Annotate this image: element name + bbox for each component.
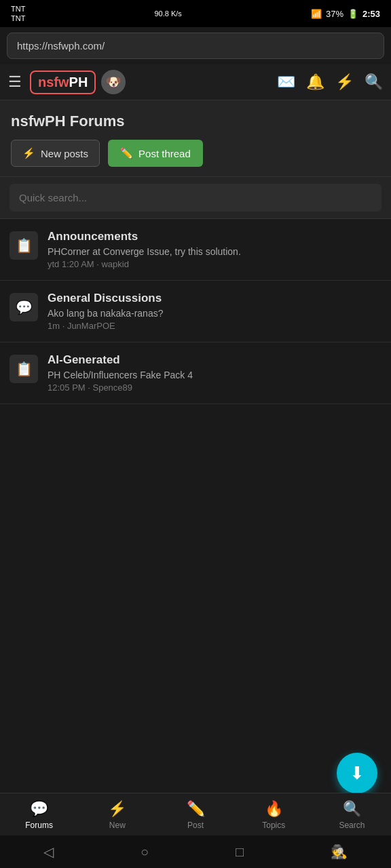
- action-buttons: ⚡ New posts ✏️ Post thread: [11, 140, 380, 167]
- lightning-small-icon: ⚡: [22, 147, 35, 159]
- ai-generated-content: AI-Generated PH Celeb/Influencers Fake P…: [48, 353, 381, 393]
- list-item[interactable]: 📋 Announcements PHCorner at Converge Iss…: [0, 219, 391, 281]
- post-thread-button[interactable]: ✏️ Post thread: [108, 140, 203, 167]
- carrier-info: TNT TNT: [11, 4, 25, 24]
- android-nav-bar: ◁ ○ □ 🕵: [0, 835, 391, 868]
- fab-download-button[interactable]: ⬇: [337, 753, 377, 793]
- general-discussions-subtitle: Ako lang ba nakaka-ranas?: [48, 308, 381, 319]
- new-tab-icon: ⚡: [108, 800, 126, 818]
- hamburger-menu[interactable]: ☰: [8, 73, 22, 91]
- topics-tab-label: Topics: [262, 821, 285, 830]
- battery-level: 37%: [326, 9, 343, 19]
- tab-search[interactable]: 🔍 Search: [313, 793, 391, 835]
- general-discussions-icon: 💬: [10, 293, 38, 321]
- forum-title: nsfwPH Forums: [11, 113, 380, 130]
- top-nav: ☰ nsfwPH 🐶 ✉️ 🔔 ⚡ 🔍: [0, 64, 391, 100]
- search-tab-icon: 🔍: [343, 800, 361, 818]
- bell-icon[interactable]: 🔔: [306, 73, 324, 91]
- url-text: https://nsfwph.com/: [17, 40, 105, 52]
- tab-new[interactable]: ⚡ New: [78, 793, 156, 835]
- battery-icon: 📶: [311, 9, 322, 19]
- ai-generated-meta: 12:05 PM · Spence89: [48, 382, 381, 393]
- tab-post[interactable]: ✏️ Post: [156, 793, 234, 835]
- battery-indicator: 🔋: [348, 9, 358, 19]
- mail-icon[interactable]: ✉️: [277, 73, 295, 91]
- bottom-tab-bar: 💬 Forums ⚡ New ✏️ Post 🔥 Topics 🔍 Search: [0, 793, 391, 835]
- status-right: 📶 37% 🔋 2:53: [311, 9, 380, 19]
- avatar[interactable]: 🐶: [101, 70, 126, 94]
- announcements-meta: ytd 1:20 AM · wapkid: [48, 259, 381, 269]
- edit-icon: ✏️: [120, 147, 133, 159]
- ai-generated-subtitle: PH Celeb/Influencers Fake Pack 4: [48, 370, 381, 380]
- back-button[interactable]: ◁: [43, 844, 54, 860]
- list-item[interactable]: 📋 AI-Generated PH Celeb/Influencers Fake…: [0, 342, 391, 404]
- logo-box[interactable]: nsfwPH: [30, 71, 96, 94]
- tab-topics[interactable]: 🔥 Topics: [235, 793, 313, 835]
- topics-tab-icon: 🔥: [265, 800, 283, 818]
- search-container: [0, 177, 391, 219]
- incognito-button[interactable]: 🕵: [331, 844, 348, 860]
- data-speed: 90.8 K/s: [154, 9, 181, 18]
- avatar-image: 🐶: [106, 75, 121, 90]
- forum-list: 📋 Announcements PHCorner at Converge Iss…: [0, 219, 391, 404]
- announcements-subtitle: PHCorner at Converge Issue, try this sol…: [48, 246, 381, 257]
- time: 2:53: [362, 9, 380, 19]
- search-tab-label: Search: [339, 821, 365, 830]
- recent-button[interactable]: □: [236, 844, 244, 860]
- ai-generated-icon: 📋: [10, 355, 38, 383]
- post-tab-icon: ✏️: [187, 800, 205, 818]
- general-discussions-content: General Discussions Ako lang ba nakaka-r…: [48, 292, 381, 331]
- general-discussions-meta: 1m · JunMarPOE: [48, 321, 381, 331]
- new-posts-button[interactable]: ⚡ New posts: [11, 140, 100, 167]
- forums-tab-label: Forums: [25, 821, 53, 830]
- announcements-content: Announcements PHCorner at Converge Issue…: [48, 230, 381, 269]
- announcements-icon: 📋: [10, 231, 38, 260]
- home-button[interactable]: ○: [141, 844, 149, 860]
- general-discussions-title: General Discussions: [48, 292, 381, 305]
- url-bar[interactable]: https://nsfwph.com/: [7, 33, 384, 59]
- status-bar: TNT TNT 90.8 K/s 📶 37% 🔋 2:53: [0, 0, 391, 27]
- search-icon[interactable]: 🔍: [365, 73, 383, 91]
- logo-area: nsfwPH 🐶: [30, 70, 126, 94]
- announcements-title: Announcements: [48, 230, 381, 243]
- lightning-icon[interactable]: ⚡: [335, 73, 354, 91]
- download-icon: ⬇: [350, 763, 365, 784]
- ai-generated-title: AI-Generated: [48, 353, 381, 367]
- tab-forums[interactable]: 💬 Forums: [0, 793, 78, 835]
- list-item[interactable]: 💬 General Discussions Ako lang ba nakaka…: [0, 281, 391, 342]
- forums-tab-icon: 💬: [30, 800, 48, 818]
- forum-header: nsfwPH Forums ⚡ New posts ✏️ Post thread: [0, 100, 391, 177]
- nav-icons: ✉️ 🔔 ⚡ 🔍: [277, 73, 383, 91]
- new-tab-label: New: [109, 821, 126, 830]
- post-tab-label: Post: [187, 821, 204, 830]
- logo-text: nsfwPH: [38, 75, 88, 90]
- quick-search-input[interactable]: [10, 184, 381, 212]
